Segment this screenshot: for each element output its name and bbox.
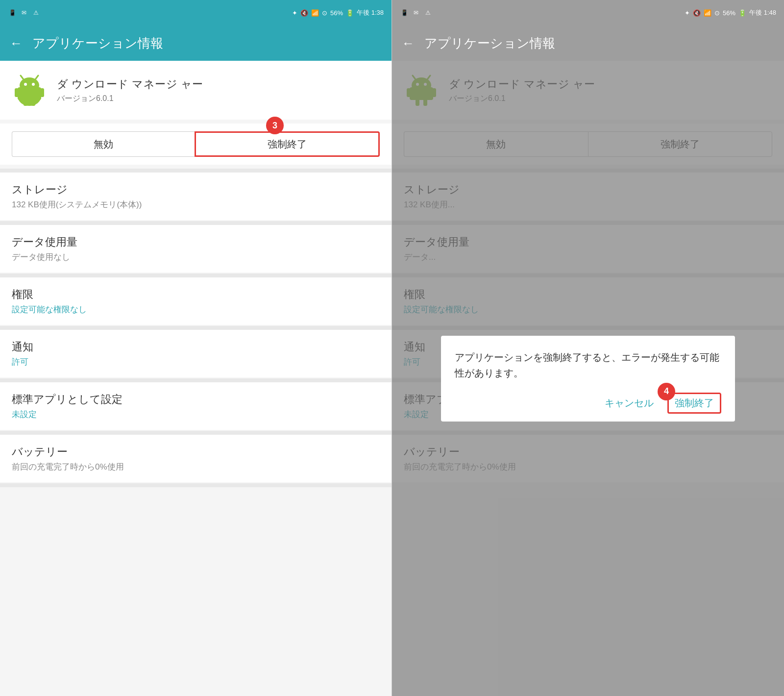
svg-rect-7	[15, 88, 19, 97]
battery-subtitle-left: 前回の充電完了時から0%使用	[12, 461, 380, 472]
content-right: ダ ウンロード マネージ ャー バージョン6.0.1 無効 強制終了 ストレージ…	[392, 61, 784, 696]
notifications-subtitle-left: 許可	[12, 356, 380, 368]
storage-title-left: ストレージ	[12, 182, 380, 197]
notifications-title-left: 通知	[12, 340, 380, 354]
status-right-right: ✦ 🔇 📶 ⊙ 56% 🔋 午後 1:48	[685, 8, 776, 17]
separator-left-7	[0, 483, 392, 487]
separator-left-5	[0, 378, 392, 382]
dialog-cancel-button[interactable]: キャンセル	[599, 393, 660, 414]
bluetooth-icon: ✦	[292, 9, 297, 17]
disable-button-left[interactable]: 無効	[12, 131, 195, 157]
separator-left-4	[0, 326, 392, 330]
svg-rect-8	[40, 88, 44, 97]
svg-point-3	[24, 83, 27, 86]
separator-left-6	[0, 431, 392, 435]
mail-icon-right: ✉	[412, 8, 420, 17]
dialog-overlay: アプリケーションを強制終了すると、エラーが発生する可能性があります。 キャンセル…	[392, 61, 784, 696]
storage-section-left[interactable]: ストレージ 132 KB使用(システムメモリ(本体))	[0, 173, 392, 220]
buttons-container-left: 無効 強制終了 3	[0, 124, 392, 165]
data-usage-title-left: データ使用量	[12, 235, 380, 249]
alarm-icon: ⊙	[322, 9, 327, 17]
notifications-section-left[interactable]: 通知 許可	[0, 330, 392, 377]
permissions-title-left: 権限	[12, 287, 380, 302]
step-3-badge: 3	[266, 117, 284, 134]
warning-icon-right: ⚠	[423, 8, 432, 17]
separator-left-2	[0, 221, 392, 225]
notification-icon-right: 📱	[400, 8, 409, 17]
data-usage-section-left[interactable]: データ使用量 データ使用なし	[0, 225, 392, 273]
svg-point-2	[20, 77, 39, 93]
svg-point-4	[32, 83, 35, 86]
content-left: ダ ウンロード マネージ ャー バージョン6.0.1 無効 強制終了 3 ストレ…	[0, 61, 392, 696]
status-icons-left: 📱 ✉ ⚠	[8, 8, 40, 17]
permissions-section-left[interactable]: 権限 設定可能な権限なし	[0, 277, 392, 325]
wifi-icon-right: 📶	[704, 9, 711, 17]
svg-rect-10	[31, 98, 35, 106]
alarm-icon-right: ⊙	[714, 9, 720, 17]
top-bar-title-right: アプリケーション情報	[424, 35, 555, 52]
warning-icon: ⚠	[31, 8, 40, 17]
app-details-left: ダ ウンロード マネージ ャー バージョン6.0.1	[57, 77, 380, 104]
battery-percent-right: 56%	[723, 9, 735, 17]
data-usage-subtitle-left: データ使用なし	[12, 251, 380, 263]
time-left: 午後 1:38	[357, 8, 384, 17]
default-apps-title-left: 標準アプリとして設定	[12, 392, 380, 407]
buttons-row-left: 無効 強制終了	[0, 124, 392, 165]
bluetooth-icon-right: ✦	[685, 9, 690, 17]
dialog-buttons: キャンセル 強制終了 4	[455, 393, 721, 414]
app-version-left: バージョン6.0.1	[57, 94, 380, 104]
left-panel: 📱 ✉ ⚠ ✦ 🔇 📶 ⊙ 56% 🔋 午後 1:38 ← アプリケーション情報	[0, 0, 392, 696]
separator-left-1	[0, 169, 392, 173]
battery-section-left[interactable]: バッテリー 前回の充電完了時から0%使用	[0, 435, 392, 482]
step-4-badge: 4	[658, 383, 675, 400]
app-info-header-left: ダ ウンロード マネージ ャー バージョン6.0.1	[0, 61, 392, 120]
default-apps-section-left[interactable]: 標準アプリとして設定 未設定	[0, 382, 392, 430]
separator-left-3	[0, 273, 392, 277]
app-name-left: ダ ウンロード マネージ ャー	[57, 77, 380, 92]
mute-icon: 🔇	[300, 9, 308, 17]
top-bar-title-left: アプリケーション情報	[32, 35, 163, 52]
force-stop-dialog: アプリケーションを強制終了すると、エラーが発生する可能性があります。 キャンセル…	[441, 336, 735, 422]
status-right-left: ✦ 🔇 📶 ⊙ 56% 🔋 午後 1:38	[292, 8, 384, 17]
app-icon-left	[12, 73, 47, 108]
wifi-icon: 📶	[311, 9, 319, 17]
right-panel: 📱 ✉ ⚠ ✦ 🔇 📶 ⊙ 56% 🔋 午後 1:48 ← アプリケーション情報	[392, 0, 784, 696]
permissions-subtitle-left: 設定可能な権限なし	[12, 304, 380, 315]
mail-icon: ✉	[20, 8, 28, 17]
svg-rect-9	[24, 98, 27, 106]
force-stop-button-left[interactable]: 強制終了	[195, 131, 380, 157]
battery-icon-left: 🔋	[346, 9, 354, 17]
dialog-confirm-button[interactable]: 強制終了	[667, 393, 721, 414]
mute-icon-right: 🔇	[693, 9, 701, 17]
battery-title-left: バッテリー	[12, 445, 380, 459]
status-bar-left: 📱 ✉ ⚠ ✦ 🔇 📶 ⊙ 56% 🔋 午後 1:38	[0, 0, 392, 25]
back-button-right[interactable]: ←	[402, 36, 415, 51]
default-apps-subtitle-left: 未設定	[12, 409, 380, 420]
dialog-message: アプリケーションを強制終了すると、エラーが発生する可能性があります。	[455, 349, 721, 381]
top-bar-left: ← アプリケーション情報	[0, 25, 392, 61]
back-button-left[interactable]: ←	[10, 36, 23, 51]
battery-percent-left: 56%	[330, 9, 343, 17]
status-bar-right: 📱 ✉ ⚠ ✦ 🔇 📶 ⊙ 56% 🔋 午後 1:48	[392, 0, 784, 25]
svg-line-6	[35, 75, 38, 79]
status-icons-right: 📱 ✉ ⚠	[400, 8, 432, 17]
notification-icon: 📱	[8, 8, 17, 17]
top-bar-right: ← アプリケーション情報	[392, 25, 784, 61]
svg-line-5	[21, 75, 24, 79]
time-right: 午後 1:48	[749, 8, 776, 17]
battery-icon-right: 🔋	[738, 9, 746, 17]
storage-subtitle-left: 132 KB使用(システムメモリ(本体))	[12, 199, 380, 210]
